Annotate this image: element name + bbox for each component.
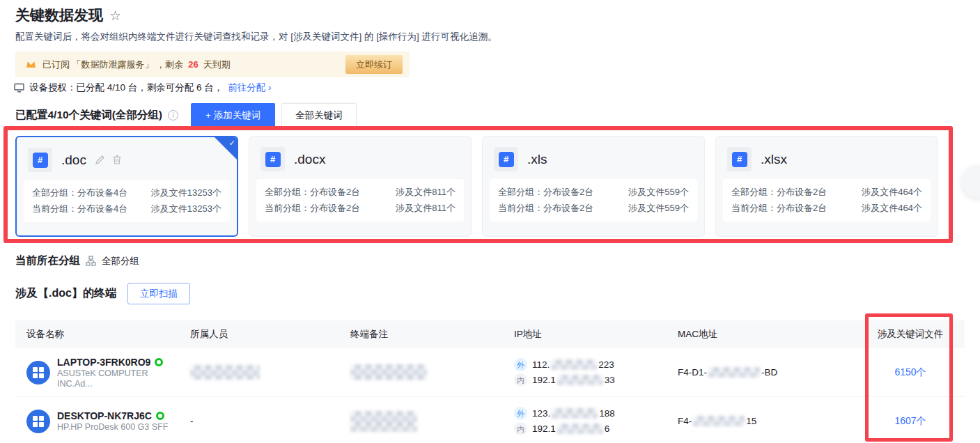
files-cell: 6150个 (856, 366, 965, 379)
keyword-card-xlsx[interactable]: # .xlsx 全部分组：分布设备2台 涉及文件464个 当前分组：分布设备2台… (715, 136, 938, 237)
card-head: # .xls (494, 147, 693, 171)
allocate-link[interactable]: 前往分配 › (228, 81, 271, 94)
monitor-icon (14, 83, 24, 93)
device-cell: LAPTOP-3FRK0RO9 ASUSTeK COMPUTER INC.Ad.… (15, 357, 179, 389)
current-group-files: 涉及文件464个 (862, 201, 922, 215)
delete-icon[interactable] (112, 155, 122, 165)
mac-address: F4-15 (678, 416, 756, 426)
card-stats: 全部分组：分布设备2台 涉及文件464个 当前分组：分布设备2台 涉及文件464… (723, 179, 931, 222)
internal-ip: 192.16 (532, 421, 609, 437)
card-stats: 全部分组：分布设备2台 涉及文件811个 当前分组：分布设备2台 涉及文件811… (256, 179, 464, 222)
keyword-files-count-link[interactable]: 1607个 (894, 415, 926, 426)
floating-widget[interactable] (962, 166, 980, 198)
current-group-files: 涉及文件811个 (396, 201, 456, 215)
page-title: 关键数据发现 (15, 6, 103, 25)
keyword-card-doc[interactable]: ✓ # .doc 全部分组：分布设备4台 涉及文件13253个 (15, 136, 238, 237)
hash-icon: # (265, 152, 281, 167)
current-group-files: 涉及文件559个 (628, 201, 689, 215)
redacted-mac (693, 416, 745, 426)
key-data-discovery-page: 关键数据发现 ☆ 配置关键词后，将会对组织内终端文件进行关键词查找和记录，对 [… (0, 0, 980, 443)
all-keywords-button[interactable]: 全部关键词 (281, 103, 357, 127)
hash-icon: # (732, 152, 747, 167)
note-cell (339, 364, 503, 380)
current-group-value[interactable]: 全部分组 (102, 255, 139, 267)
col-header-mac: MAC地址 (667, 328, 856, 341)
stat-line-all: 全部分组：分布设备4台 涉及文件13253个 (32, 186, 221, 200)
hash-icon: # (499, 152, 514, 167)
device-name[interactable]: DESKTOP-NK7RJ6C (57, 410, 152, 421)
all-group-devices: 全部分组：分布设备4台 (32, 186, 127, 200)
redacted-ip (557, 423, 603, 434)
all-group-files: 涉及文件559个 (628, 185, 689, 199)
keyword-icon-wrap: # (494, 147, 518, 171)
keyword-card-xls[interactable]: # .xls 全部分组：分布设备2台 涉及文件559个 当前分组：分布设备2台 … (482, 136, 705, 237)
redacted-note (350, 364, 427, 380)
ip-cell: 外 123.188 内 192.16 (503, 406, 667, 437)
current-group-devices: 当前分组：分布设备2台 (731, 201, 827, 215)
ip-cell: 外 112.223 内 192.133 (503, 357, 667, 388)
info-icon[interactable]: i (168, 110, 178, 121)
terminal-title: 涉及【.doc】的终端 (15, 286, 116, 301)
keywords-title: 已配置4/10个关键词(全部分组) (15, 108, 162, 123)
subscription-days-remaining: 26 (188, 59, 198, 70)
keyword-name: .xlsx (761, 152, 787, 167)
external-ip-badge: 外 (514, 407, 527, 420)
device-model: HP.HP ProDesk 600 G3 SFF (57, 422, 168, 432)
keyword-files-count-link[interactable]: 6150个 (894, 366, 926, 378)
stat-line-all: 全部分组：分布设备2台 涉及文件464个 (731, 185, 922, 199)
renew-button[interactable]: 立即续订 (345, 55, 403, 74)
current-group-row: 当前所在分组 全部分组 (15, 254, 139, 268)
subscription-text: 已订阅 「数据防泄露服务」 ，剩余 26 天到期 (42, 59, 231, 71)
authorization-text: 设备授权：已分配 4/10 台，剩余可分配 6 台， (29, 81, 223, 94)
card-head: # .docx (260, 147, 460, 171)
keyword-cards: ✓ # .doc 全部分组：分布设备4台 涉及文件13253个 (15, 136, 938, 237)
keywords-header: 已配置4/10个关键词(全部分组) i + 添加关键词 全部关键词 (15, 103, 357, 127)
mac-cell: F4-15 (667, 416, 856, 427)
stat-line-current: 当前分组：分布设备2台 涉及文件464个 (731, 201, 922, 215)
note-cell (339, 411, 503, 432)
card-head: # .xlsx (727, 147, 926, 171)
redacted-note (350, 411, 417, 432)
external-ip: 123.188 (532, 406, 615, 421)
internal-ip-badge: 内 (514, 422, 527, 435)
all-group-devices: 全部分组：分布设备2台 (265, 185, 360, 199)
edit-icon[interactable] (95, 155, 105, 165)
redacted-ip (557, 375, 603, 385)
device-model: ASUSTeK COMPUTER INC.Ad... (57, 368, 148, 389)
all-group-devices: 全部分组：分布设备2台 (731, 185, 827, 199)
keyword-name: .doc (61, 153, 86, 168)
keyword-card-docx[interactable]: # .docx 全部分组：分布设备2台 涉及文件811个 当前分组：分布设备2台… (249, 136, 472, 237)
all-group-devices: 全部分组：分布设备2台 (498, 185, 593, 199)
external-ip-badge: 外 (514, 358, 527, 371)
check-icon: ✓ (229, 139, 235, 148)
hash-icon: # (33, 153, 48, 168)
windows-os-icon (26, 361, 50, 384)
card-head: # .doc (28, 148, 226, 172)
stat-line-current: 当前分组：分布设备2台 涉及文件559个 (498, 201, 689, 215)
current-group-devices: 当前分组：分布设备4台 (32, 202, 127, 216)
col-header-owner: 所属人员 (179, 328, 339, 341)
device-table: 设备名称 所属人员 终端备注 IP地址 MAC地址 涉及关键词文件 (15, 320, 965, 443)
files-cell: 1607个 (856, 415, 965, 428)
current-group-label: 当前所在分组 (15, 254, 80, 268)
org-tree-icon (86, 256, 96, 266)
favorite-star-icon[interactable]: ☆ (109, 8, 121, 24)
stat-line-all: 全部分组：分布设备2台 涉及文件811个 (265, 185, 456, 199)
current-group-devices: 当前分组：分布设备2台 (498, 201, 593, 215)
internal-ip: 192.133 (532, 373, 615, 388)
windows-os-icon (26, 410, 50, 433)
col-header-device-name: 设备名称 (15, 328, 179, 341)
terminal-section-header: 涉及【.doc】的终端 立即扫描 (15, 283, 190, 304)
page-header: 关键数据发现 ☆ (15, 6, 121, 25)
selected-corner: ✓ (215, 137, 237, 160)
keyword-name: .docx (294, 152, 325, 167)
scan-now-button[interactable]: 立即扫描 (127, 283, 190, 304)
device-name[interactable]: LAPTOP-3FRK0RO9 (57, 357, 150, 368)
all-group-files: 涉及文件13253个 (151, 186, 221, 200)
keyword-icon-wrap: # (260, 147, 285, 171)
mac-address: F4-D1--BD (678, 367, 777, 378)
stat-line-current: 当前分组：分布设备4台 涉及文件13253个 (32, 202, 221, 216)
col-header-ip: IP地址 (503, 328, 667, 341)
page-description: 配置关键词后，将会对组织内终端文件进行关键词查找和记录，对 [涉及关键词文件] … (15, 31, 497, 43)
add-keyword-button[interactable]: + 添加关键词 (191, 103, 275, 127)
